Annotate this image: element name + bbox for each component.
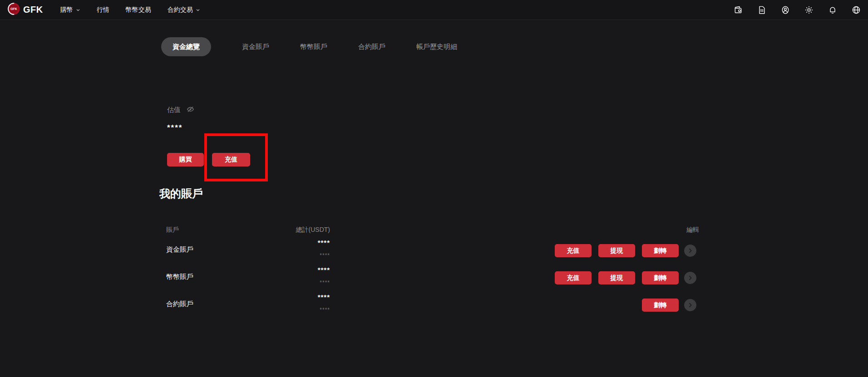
- column-header-account: 賬戶: [166, 226, 179, 234]
- chevron-down-icon: [196, 6, 200, 14]
- nav-utility-icons: [734, 5, 868, 15]
- row-withdraw-button[interactable]: 提現: [598, 271, 635, 284]
- row-expand-chevron[interactable]: [684, 245, 696, 257]
- estimate-label: 估值: [167, 106, 181, 114]
- account-tabs: 資金總覽 資金賬戶 幣幣賬戶 合約賬戶 帳戶歷史明細: [161, 37, 457, 56]
- svg-text:GFK: GFK: [10, 7, 17, 10]
- row-withdraw-button[interactable]: 提現: [598, 244, 635, 257]
- brand-name: GFK: [23, 5, 43, 15]
- tab-spot-account[interactable]: 幣幣賬戶: [300, 37, 327, 56]
- column-header-edit: 編輯: [686, 226, 699, 234]
- row-transfer-button[interactable]: 劃轉: [642, 299, 679, 312]
- top-nav: GFK GFK 購幣 行情 幣幣交易: [0, 0, 868, 20]
- account-icon[interactable]: [781, 5, 790, 15]
- tab-account-history[interactable]: 帳戶歷史明細: [416, 37, 457, 56]
- gfk-logo-icon: GFK: [8, 3, 20, 17]
- tab-funds-overview[interactable]: 資金總覽: [161, 37, 211, 56]
- row-expand-chevron[interactable]: [684, 272, 696, 284]
- nav-item-markets[interactable]: 行情: [97, 6, 109, 14]
- app-root: GFK GFK 購幣 行情 幣幣交易: [0, 0, 868, 377]
- account-fiat-masked: ****: [320, 279, 330, 286]
- tab-funding-account[interactable]: 資金賬戶: [242, 37, 269, 56]
- account-name: 合約賬戶: [166, 300, 193, 308]
- table-row-spot-account: 幣幣賬戶 **** **** 充值 提現 劃轉: [0, 264, 868, 291]
- account-total-masked: ****: [318, 239, 330, 246]
- table-row-futures-account: 合約賬戶 **** **** 劃轉: [0, 291, 868, 318]
- language-globe-icon[interactable]: [852, 5, 861, 15]
- my-accounts-title: 我的賬戶: [159, 186, 203, 201]
- notifications-bell-icon[interactable]: [828, 5, 837, 15]
- eye-slash-icon[interactable]: [186, 105, 195, 115]
- row-deposit-button[interactable]: 充值: [555, 271, 592, 284]
- tab-futures-account[interactable]: 合約賬戶: [358, 37, 385, 56]
- nav-item-futures-trade[interactable]: 合約交易: [168, 6, 200, 14]
- main-menu: 購幣 行情 幣幣交易 合約交易: [60, 6, 217, 14]
- table-row-funding-account: 資金賬戶 **** **** 充值 提現 劃轉: [0, 237, 868, 264]
- row-deposit-button[interactable]: 充值: [555, 244, 592, 257]
- row-transfer-button[interactable]: 劃轉: [642, 244, 679, 257]
- column-header-total: 總計(USDT): [296, 226, 330, 234]
- buy-button[interactable]: 購買: [167, 153, 204, 166]
- orders-document-icon[interactable]: [757, 5, 766, 15]
- row-transfer-button[interactable]: 劃轉: [642, 271, 679, 284]
- estimate-row: 估值: [167, 105, 195, 115]
- account-name: 幣幣賬戶: [166, 273, 193, 281]
- account-fiat-masked: ****: [320, 307, 330, 313]
- total-estimate-value: ****: [167, 123, 182, 132]
- account-fiat-masked: ****: [320, 252, 330, 259]
- wallet-icon[interactable]: [734, 5, 743, 15]
- theme-sun-icon[interactable]: [804, 5, 814, 15]
- row-expand-chevron[interactable]: [684, 299, 696, 311]
- brand-logo[interactable]: GFK GFK: [8, 3, 43, 17]
- chevron-down-icon: [76, 6, 80, 14]
- account-total-masked: ****: [318, 293, 330, 301]
- nav-item-spot-trade[interactable]: 幣幣交易: [126, 6, 151, 14]
- nav-item-buy-crypto[interactable]: 購幣: [60, 6, 80, 14]
- accounts-table-header: 賬戶 總計(USDT) 編輯: [0, 226, 868, 235]
- account-name: 資金賬戶: [166, 245, 193, 254]
- deposit-button[interactable]: 充值: [212, 153, 250, 166]
- account-total-masked: ****: [318, 266, 330, 274]
